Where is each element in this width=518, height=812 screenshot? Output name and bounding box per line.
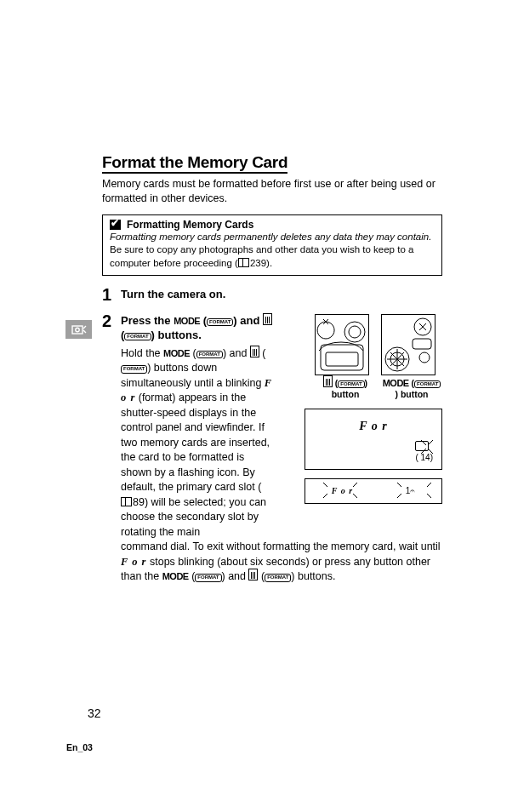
side-tab-setup-icon — [65, 320, 92, 339]
control-panel-illustration: F o r ( 14) — [305, 409, 442, 470]
svg-point-1 — [75, 328, 78, 331]
svg-point-2 — [344, 322, 365, 342]
trash-icon — [263, 316, 272, 325]
manual-page: Format the Memory Card Memory cards must… — [102, 153, 442, 588]
format-label-icon: FORMAT — [207, 318, 233, 326]
trash-icon — [250, 348, 259, 357]
caution-header: Formatting Memory Cards — [110, 219, 435, 231]
svg-point-9 — [419, 352, 430, 363]
caution-italic: Formatting memory cards permanently dele… — [110, 232, 431, 242]
trash-icon — [323, 378, 333, 387]
page-number: 32 — [88, 706, 101, 720]
svg-rect-5 — [326, 352, 358, 366]
mode-button-label: MODE — [174, 316, 200, 326]
book-ref-icon — [121, 497, 132, 506]
page-title: Format the Memory Card — [102, 153, 287, 174]
viewfinder-illustration: F o r 1𝄐 — [305, 478, 442, 504]
flash-lines-icon — [322, 481, 359, 500]
illustration-caption-mode: MODE (FORMAT) button — [381, 378, 442, 400]
mode-button-label: MODE — [162, 571, 189, 581]
flash-lines-icon — [396, 481, 433, 500]
trash-icon — [248, 571, 258, 580]
caution-plain2: ). — [266, 258, 272, 268]
mode-button-label: MODE — [163, 348, 190, 358]
svg-point-3 — [349, 326, 361, 338]
step-2: 2 Press the MODE (FORMAT) and (FORMAT) b… — [102, 314, 442, 585]
format-label-icon: FORMAT — [338, 380, 364, 388]
step-continuation: command dial. To exit without formatting… — [121, 540, 442, 585]
step-number: 1 — [102, 286, 116, 306]
illustration-caption-trash: (FORMAT) button — [315, 378, 376, 399]
caution-ref: 239 — [250, 258, 266, 268]
format-label-icon: FORMAT — [121, 365, 147, 373]
format-label-icon: FORMAT — [414, 380, 441, 388]
format-label-icon: FORMAT — [265, 574, 291, 581]
book-ref-icon — [238, 258, 249, 267]
camera-top-illustration-left — [315, 314, 369, 375]
caution-body: Formatting memory cards permanently dele… — [110, 231, 435, 271]
step-body: Hold the MODE (FORMAT) and (FORMAT) butt… — [121, 346, 272, 540]
steps-list: 1 Turn the camera on. 2 Press the MODE (… — [102, 288, 442, 585]
camera-top-illustration-right — [381, 314, 435, 375]
format-label-icon: FORMAT — [124, 333, 151, 340]
caution-title: Formatting Memory Cards — [127, 219, 253, 231]
step-title: Turn the camera on. — [121, 288, 442, 302]
caution-box: Formatting Memory Cards Formatting memor… — [102, 214, 442, 277]
flash-lines-icon — [418, 437, 440, 459]
for-segment-text: F o r — [121, 556, 146, 568]
svg-rect-0 — [72, 326, 83, 334]
format-label-icon: FORMAT — [196, 351, 223, 358]
footer-code: En_03 — [66, 742, 93, 752]
format-label-icon: FORMAT — [195, 574, 221, 581]
step-1: 1 Turn the camera on. — [102, 288, 442, 306]
intro-text: Memory cards must be formatted before fi… — [102, 177, 442, 206]
caution-check-icon — [110, 220, 121, 230]
for-segment-text: F o r — [359, 420, 388, 432]
step-title: Press the MODE (FORMAT) and (FORMAT) but… — [121, 314, 272, 343]
svg-rect-10 — [413, 339, 431, 349]
step-number: 2 — [102, 312, 116, 585]
